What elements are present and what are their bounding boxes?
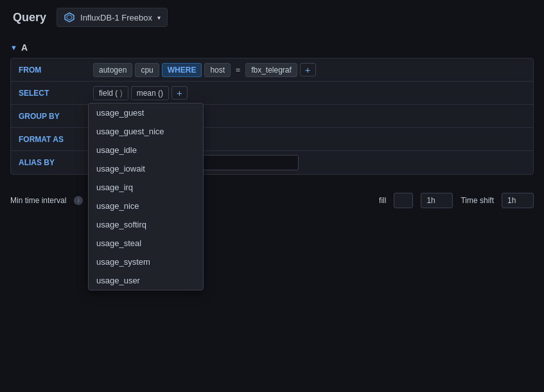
- from-row: FROM autogen cpu WHERE host = fbx_telegr…: [11, 58, 533, 82]
- field-paren: ): [120, 89, 123, 98]
- section-label: A: [21, 42, 28, 53]
- section-toggle-icon: ▼: [10, 44, 17, 51]
- where-equals: =: [233, 64, 243, 76]
- dropdown-item-usage-softirq[interactable]: usage_softirq: [89, 215, 203, 234]
- dropdown-item-usage-idle[interactable]: usage_idle: [89, 141, 203, 159]
- datasource-name: InfluxDB-1 Freebox: [80, 13, 152, 22]
- dropdown-item-usage-irq[interactable]: usage_irq: [89, 178, 203, 197]
- fill-label: fill: [379, 196, 386, 205]
- query-table: FROM autogen cpu WHERE host = fbx_telegr…: [10, 58, 534, 175]
- dropdown-item-usage-guest[interactable]: usage_guest: [89, 103, 203, 122]
- where-value-tag[interactable]: fbx_telegraf: [245, 63, 297, 77]
- dropdown-item-usage-steal[interactable]: usage_steal: [89, 234, 203, 253]
- dropdown-item-usage-system[interactable]: usage_system: [89, 253, 203, 271]
- dropdown-item-usage-iowait[interactable]: usage_iowait: [89, 159, 203, 178]
- field-dropdown-menu: usage_guest usage_guest_nice usage_idle …: [88, 103, 204, 290]
- where-key-tag[interactable]: host: [204, 63, 231, 77]
- select-label: SELECT: [11, 84, 88, 103]
- format-as-label: FORMAT AS: [11, 130, 88, 149]
- datasource-selector[interactable]: InfluxDB-1 Freebox ▾: [57, 8, 168, 27]
- fill-interval-input[interactable]: [421, 193, 453, 208]
- select-row: SELECT field ( ) mean () + usage_guest u…: [11, 82, 533, 105]
- time-shift-input[interactable]: [502, 193, 534, 208]
- fill-value-input[interactable]: [394, 193, 413, 208]
- select-field-tag[interactable]: field ( ): [93, 86, 128, 100]
- from-label: FROM: [11, 60, 88, 80]
- svg-marker-1: [67, 15, 72, 20]
- info-icon[interactable]: i: [74, 196, 83, 205]
- bottom-bar: Min time interval i fill Time shift: [0, 185, 544, 216]
- from-add-button[interactable]: +: [300, 63, 316, 76]
- select-row-content: field ( ) mean () + usage_guest usage_gu…: [88, 84, 533, 103]
- header: Query InfluxDB-1 Freebox ▾: [0, 0, 544, 35]
- datasource-chevron-icon: ▾: [157, 14, 161, 21]
- influxdb-icon: [64, 12, 75, 23]
- from-row-content: autogen cpu WHERE host = fbx_telegraf +: [88, 60, 533, 80]
- alias-by-label: ALIAS BY: [11, 153, 88, 172]
- select-add-button[interactable]: +: [171, 86, 188, 100]
- where-tag[interactable]: WHERE: [162, 63, 202, 77]
- dropdown-item-usage-guest-nice[interactable]: usage_guest_nice: [89, 122, 203, 141]
- select-func-tag[interactable]: mean (): [131, 86, 169, 100]
- field-label: field (: [99, 89, 118, 98]
- dropdown-item-usage-user[interactable]: usage_user: [89, 271, 203, 290]
- min-interval-label: Min time interval: [10, 196, 66, 205]
- page-title: Query: [13, 11, 46, 24]
- from-cpu-tag[interactable]: cpu: [135, 63, 159, 77]
- section-a-header[interactable]: ▼ A: [10, 42, 534, 53]
- section-a: ▼ A FROM autogen cpu WHERE host = fbx_te…: [10, 42, 534, 175]
- time-shift-label: Time shift: [461, 196, 494, 205]
- dropdown-item-usage-nice[interactable]: usage_nice: [89, 197, 203, 215]
- group-by-label: GROUP BY: [11, 107, 88, 126]
- from-autogen-tag[interactable]: autogen: [93, 63, 132, 77]
